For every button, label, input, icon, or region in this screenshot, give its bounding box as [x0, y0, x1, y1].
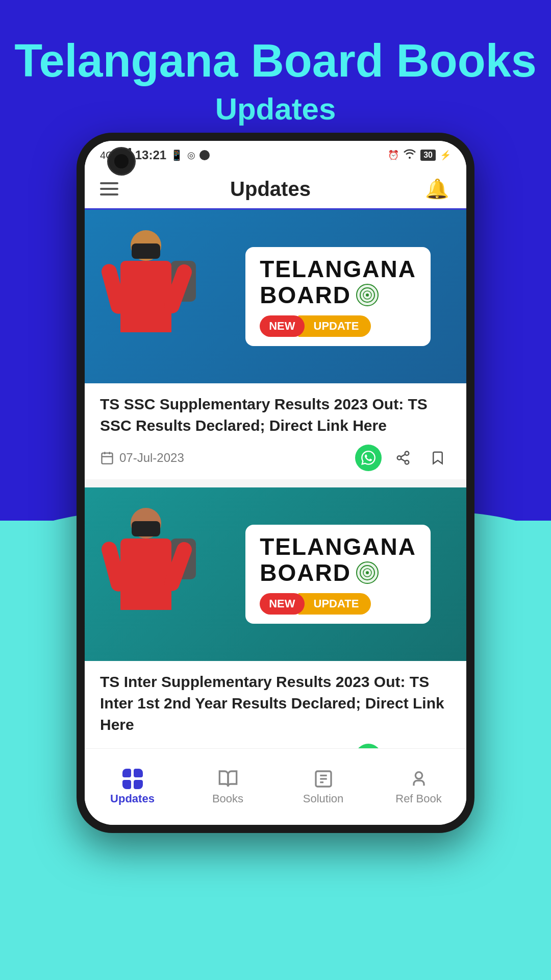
- news-actions-1: [355, 445, 451, 471]
- bookmark-button-1[interactable]: [424, 445, 451, 471]
- alarm-icon: ⏰: [388, 150, 399, 161]
- badge-new-1: NEW: [260, 315, 304, 337]
- banner-line1-1: TELANGANA: [260, 256, 416, 282]
- whatsapp-icon-1: [355, 445, 382, 471]
- app-bar: Updates 🔔: [85, 166, 466, 210]
- board-emblem-2: [356, 561, 379, 584]
- updates-icon: [122, 769, 143, 789]
- whatsapp-share-button-1[interactable]: [355, 445, 382, 471]
- news-feed[interactable]: TELANGANA BOARD: [85, 210, 466, 802]
- svg-point-32: [415, 772, 422, 778]
- share-button-1[interactable]: [390, 445, 416, 471]
- banner-line2-2: BOARD: [260, 560, 351, 586]
- person-mask: [132, 243, 160, 259]
- phone-outer: 4G 13:21 📱 ◎ ⏰: [77, 133, 474, 833]
- banner-board-title-2: TELANGANA BOARD: [260, 534, 416, 585]
- bottom-nav: Updates Books: [85, 748, 466, 825]
- whatsapp-status-icon: 📱: [170, 149, 183, 161]
- news-title-2: TS Inter Supplementary Results 2023 Out:…: [100, 671, 451, 736]
- books-icon: [218, 769, 238, 789]
- vpn-icon: ◎: [187, 150, 195, 161]
- person-body-2: [120, 538, 171, 610]
- status-time: 13:21: [135, 148, 166, 162]
- svg-line-15: [401, 454, 406, 457]
- banner-board-row-2: BOARD: [260, 560, 379, 586]
- banner-bg-2: TELANGANA BOARD: [85, 487, 466, 661]
- status-bar: 4G 13:21 📱 ◎ ⏰: [85, 141, 466, 166]
- menu-button[interactable]: [100, 182, 118, 195]
- phone-mockup: 4G 13:21 📱 ◎ ⏰: [77, 133, 474, 833]
- hamburger-line-3: [100, 193, 118, 195]
- news-date-text-1: 07-Jul-2023: [119, 451, 184, 465]
- ref-book-icon: [409, 769, 429, 789]
- phone-screen: 4G 13:21 📱 ◎ ⏰: [85, 141, 466, 825]
- bell-icon: 🔔: [425, 178, 449, 200]
- solution-icon: [313, 769, 334, 789]
- nav-label-updates: Updates: [110, 792, 155, 805]
- news-card-2: TELANGANA BOARD: [85, 487, 466, 778]
- person-body: [120, 261, 171, 332]
- svg-point-12: [397, 456, 402, 460]
- hamburger-line-1: [100, 182, 118, 184]
- header-section: Telangana Board Books Updates: [0, 0, 551, 127]
- news-title-1: TS SSC Supplementary Results 2023 Out: T…: [100, 394, 451, 436]
- status-right: ⏰ 30 ⚡: [388, 149, 451, 162]
- banner-text-box-1: TELANGANA BOARD: [245, 247, 431, 346]
- bookmark-icon-1: [430, 450, 445, 465]
- person-figure-2: [95, 498, 197, 661]
- badge-new-update-2: NEW UPDATE: [260, 593, 416, 615]
- share-icon-1: [395, 450, 411, 465]
- person-mask-2: [132, 521, 160, 536]
- badge-new-update-1: NEW UPDATE: [260, 315, 416, 337]
- nav-item-solution[interactable]: Solution: [276, 761, 371, 814]
- charging-icon: ⚡: [440, 150, 451, 161]
- badge-update-1: UPDATE: [298, 315, 371, 337]
- banner-line2-1: BOARD: [260, 282, 351, 308]
- badge-new-2: NEW: [260, 593, 304, 615]
- nav-label-ref-book: Ref Book: [395, 792, 442, 805]
- wifi-icon: [403, 149, 416, 162]
- hamburger-line-2: [100, 188, 118, 190]
- news-banner-2: TELANGANA BOARD: [85, 487, 466, 661]
- news-card-1: TELANGANA BOARD: [85, 210, 466, 479]
- notification-button[interactable]: 🔔: [422, 175, 451, 203]
- badge-update-2: UPDATE: [298, 593, 371, 615]
- nav-item-ref-book[interactable]: Ref Book: [371, 761, 466, 814]
- battery-icon: 30: [420, 150, 436, 161]
- person-figure-1: [95, 220, 197, 383]
- svg-line-14: [401, 459, 406, 461]
- nav-item-books[interactable]: Books: [180, 761, 276, 814]
- banner-board-row-1: BOARD: [260, 282, 379, 308]
- banner-bg-1: TELANGANA BOARD: [85, 210, 466, 383]
- nav-item-updates[interactable]: Updates: [85, 761, 180, 814]
- header-subtitle: Updates: [0, 91, 551, 127]
- header-title: Telangana Board Books: [0, 36, 551, 86]
- calendar-icon-1: [100, 451, 114, 465]
- svg-point-18: [366, 571, 369, 574]
- banner-board-title-1: TELANGANA BOARD: [260, 256, 416, 308]
- news-date-1: 07-Jul-2023: [100, 451, 184, 465]
- news-banner-1: TELANGANA BOARD: [85, 210, 466, 383]
- svg-rect-7: [102, 453, 113, 464]
- app-bar-title: Updates: [230, 178, 311, 201]
- nav-label-solution: Solution: [303, 792, 344, 805]
- news-meta-1: 07-Jul-2023: [100, 445, 451, 471]
- board-emblem-1: [356, 284, 379, 306]
- banner-line1-2: TELANGANA: [260, 534, 416, 560]
- banner-text-box-2: TELANGANA BOARD: [245, 525, 431, 623]
- camera-icon: [107, 147, 136, 176]
- svg-point-6: [366, 293, 369, 297]
- circle-icon: [199, 150, 210, 160]
- nav-label-books: Books: [212, 792, 243, 805]
- news-content-1: TS SSC Supplementary Results 2023 Out: T…: [85, 383, 466, 479]
- svg-point-11: [405, 452, 409, 456]
- svg-point-13: [405, 460, 409, 464]
